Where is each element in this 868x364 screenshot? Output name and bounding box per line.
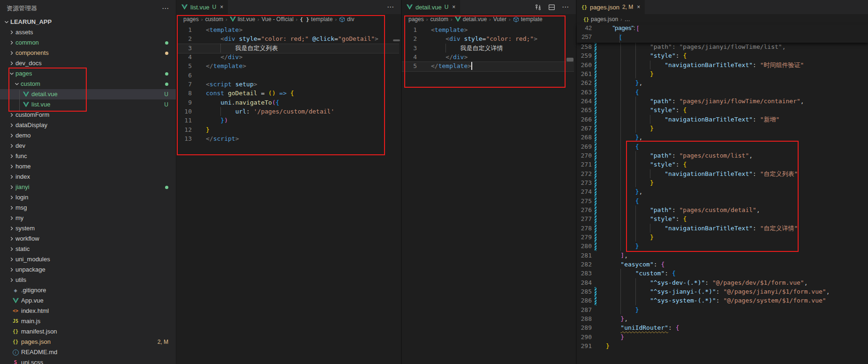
breadcrumb-item[interactable]: detail.vue: [455, 16, 487, 23]
tree-item-home[interactable]: home: [0, 161, 176, 172]
tree-item-utils[interactable]: utils: [0, 275, 176, 285]
tree-item-components[interactable]: components: [0, 48, 176, 58]
breadcrumb-item[interactable]: { }template: [300, 16, 332, 23]
tree-item-login[interactable]: login: [0, 192, 176, 203]
code-editor[interactable]: 258 "path": "pages/jianyi/flowTime/list"…: [577, 24, 868, 364]
tree-item-index[interactable]: index: [0, 172, 176, 182]
line-number: 270: [577, 151, 592, 160]
tree-item-main.js[interactable]: JSmain.js: [0, 316, 176, 326]
line-number: 273: [577, 178, 592, 187]
tree-item-uni_modules[interactable]: uni_modules: [0, 254, 176, 265]
overview-ruler-marker: [566, 58, 574, 61]
json-file-icon: {}: [12, 338, 19, 346]
tree-item-workflow[interactable]: workflow: [0, 234, 176, 244]
tree-item-demo[interactable]: demo: [0, 130, 176, 141]
tree-item-app.vue[interactable]: App.vue: [0, 296, 176, 306]
git-modified-gutter: [595, 88, 596, 97]
breadcrumb-item[interactable]: custom: [430, 16, 448, 23]
chevron-right-icon: [8, 29, 15, 36]
editor-sash[interactable]: [401, 0, 402, 364]
line-number: 1: [177, 25, 192, 34]
git-file-icon: ◈: [12, 287, 19, 294]
line-number: 281: [577, 251, 592, 260]
more-actions-icon[interactable]: ⋯: [562, 3, 569, 11]
code-line-7: 7<script setup>: [177, 80, 401, 89]
tree-item-dev[interactable]: dev: [0, 141, 176, 151]
tree-item-learun_app[interactable]: LEARUN_APP: [0, 17, 176, 27]
tab-detail-vue[interactable]: detail.vueU×: [402, 0, 460, 14]
code-line-260: 260 "navigationBarTitleText": "时间组件验证": [577, 61, 868, 69]
git-modified-gutter: [595, 78, 596, 87]
tree-item-static[interactable]: static: [0, 244, 176, 254]
breadcrumb-item[interactable]: Vue - Official: [262, 16, 294, 23]
git-modified-gutter: [595, 296, 596, 305]
split-editor-icon[interactable]: [548, 4, 555, 11]
line-number: 272: [577, 169, 592, 178]
tree-item-my[interactable]: my: [0, 213, 176, 223]
tree-item-pages[interactable]: pages: [0, 68, 176, 79]
tree-item-label: pages.json: [21, 337, 51, 347]
tree-item-detail.vue[interactable]: detail.vueU: [0, 89, 176, 99]
tree-item-custom[interactable]: custom: [0, 79, 176, 89]
tree-item-jianyi[interactable]: jianyi: [0, 182, 176, 192]
code-editor[interactable]: 1<template>2 <div style="color: red;">3 …: [402, 24, 576, 364]
file-tree[interactable]: LEARUN_APPassetscommoncomponentsdev_docs…: [0, 17, 176, 364]
explorer-more-actions-icon[interactable]: ⋯: [162, 4, 169, 13]
tree-item-pages.json[interactable]: {}pages.json2, M: [0, 337, 176, 347]
open-changes-icon[interactable]: [535, 4, 542, 11]
code-line-257: 257 {: [577, 33, 868, 42]
tree-item-msg[interactable]: msg: [0, 203, 176, 213]
explorer-title: 资源管理器: [7, 4, 37, 13]
sticky-scroll[interactable]: 42 "pages": [257 {: [577, 24, 868, 43]
chevron-right-icon: [8, 132, 15, 139]
tree-item-readme.md[interactable]: iREADME.md: [0, 347, 176, 357]
tree-item-label: list.vue: [31, 99, 50, 110]
tab-pages-json[interactable]: {}pages.json2, M×: [577, 0, 645, 14]
code-line-5: 5</template>: [402, 61, 576, 70]
tree-item-manifest.json[interactable]: {}manifest.json: [0, 326, 176, 337]
chevron-right-icon: [8, 39, 15, 46]
tree-item-func[interactable]: func: [0, 151, 176, 161]
breadcrumb-item[interactable]: …: [625, 16, 630, 23]
breadcrumb-item[interactable]: list.vue: [230, 16, 255, 23]
line-number: 267: [577, 124, 592, 133]
tree-item-label: manifest.json: [21, 326, 57, 337]
tree-item-customform[interactable]: customForm: [0, 110, 176, 120]
code-editor[interactable]: 1<template>2 <div style="color: red;" @c…: [177, 24, 401, 364]
tab-list-vue[interactable]: list.vueU×: [177, 0, 228, 14]
breadcrumb-item[interactable]: Vuter: [493, 16, 506, 23]
tree-item-list.vue[interactable]: list.vueU: [0, 99, 176, 110]
tree-item-.gitignore[interactable]: ◈.gitignore: [0, 285, 176, 296]
chevron-right-icon: [8, 121, 15, 129]
tree-item-dev_docs[interactable]: dev_docs: [0, 58, 176, 68]
editor-sash[interactable]: [576, 0, 577, 364]
code-line-291: 291}: [577, 341, 868, 350]
info-file-icon: i: [12, 349, 19, 356]
json-file-icon: {}: [12, 328, 19, 335]
tree-item-assets[interactable]: assets: [0, 27, 176, 38]
breadcrumb-item[interactable]: {}pages.json: [583, 16, 618, 23]
tree-item-system[interactable]: system: [0, 223, 176, 234]
tree-item-common[interactable]: common: [0, 38, 176, 48]
chevron-down-icon: [3, 18, 10, 26]
tab-label: detail.vue: [415, 4, 442, 11]
code-line-273: 273 }: [577, 178, 868, 187]
tree-item-datadisplay[interactable]: dataDisplay: [0, 120, 176, 130]
tree-item-label: index.html: [21, 306, 49, 316]
tree-indent-guide: [19, 90, 20, 111]
more-actions-icon[interactable]: ⋯: [387, 3, 394, 11]
tree-item-index.html[interactable]: <>index.html: [0, 306, 176, 316]
tree-item-unpackage[interactable]: unpackage: [0, 265, 176, 275]
close-icon[interactable]: ×: [637, 4, 640, 10]
git-modified-gutter: [595, 106, 596, 114]
breadcrumb-item[interactable]: pages: [183, 16, 199, 23]
breadcrumb-item[interactable]: template: [513, 16, 543, 23]
close-icon[interactable]: ×: [452, 4, 455, 10]
close-icon[interactable]: ×: [220, 4, 223, 10]
breadcrumb-item[interactable]: pages: [408, 16, 424, 23]
breadcrumb-item[interactable]: div: [339, 16, 354, 23]
tree-item-uni.scss[interactable]: Suni.scss: [0, 357, 176, 364]
code-line-272: 272 "navigationBarTitleText": "自定义列表": [577, 169, 868, 178]
breadcrumb-item[interactable]: custom: [205, 16, 223, 23]
tree-item-label: dataDisplay: [15, 120, 47, 130]
